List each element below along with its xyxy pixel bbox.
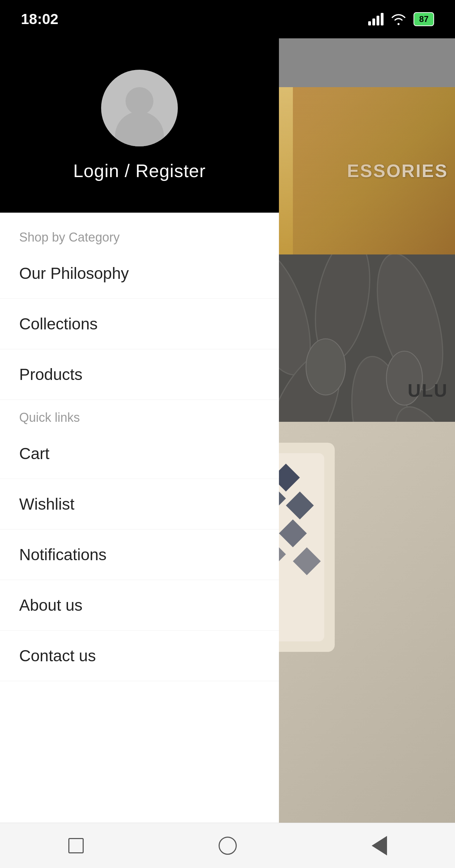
menu-item-contact-us[interactable]: Contact us [0, 631, 279, 681]
avatar-head [126, 87, 153, 115]
nav-bar [0, 823, 455, 868]
battery-icon: 87 [414, 12, 434, 26]
navigation-drawer: Login / Register Shop by Category Our Ph… [0, 38, 279, 823]
login-register-button[interactable]: Login / Register [73, 160, 206, 181]
recent-apps-button[interactable] [62, 832, 90, 860]
home-icon [219, 837, 237, 855]
menu-item-cart[interactable]: Cart [0, 428, 279, 479]
back-button[interactable] [365, 832, 393, 860]
menu-item-notifications[interactable]: Notifications [0, 530, 279, 580]
home-button[interactable] [214, 832, 242, 860]
menu-item-collections[interactable]: Collections [0, 299, 279, 349]
status-icons: 87 [368, 12, 434, 26]
avatar[interactable] [101, 70, 178, 146]
recent-apps-icon [68, 838, 84, 853]
notch [193, 0, 263, 10]
signal-icon [368, 13, 384, 25]
quick-links-label: Quick links [0, 400, 279, 428]
back-icon [372, 836, 387, 855]
menu-item-about-us[interactable]: About us [0, 580, 279, 631]
drawer-menu: Shop by Category Our Philosophy Collecti… [0, 213, 279, 823]
menu-item-products[interactable]: Products [0, 349, 279, 400]
menu-item-wishlist[interactable]: Wishlist [0, 479, 279, 530]
drawer-header: Login / Register [0, 38, 279, 213]
ulu-text: ULU [408, 380, 448, 401]
avatar-body [115, 112, 164, 146]
shop-by-category-label: Shop by Category [0, 220, 279, 248]
svg-point-12 [306, 339, 346, 395]
status-time: 18:02 [21, 11, 58, 28]
menu-item-our-philosophy[interactable]: Our Philosophy [0, 248, 279, 299]
wifi-icon [390, 13, 407, 26]
